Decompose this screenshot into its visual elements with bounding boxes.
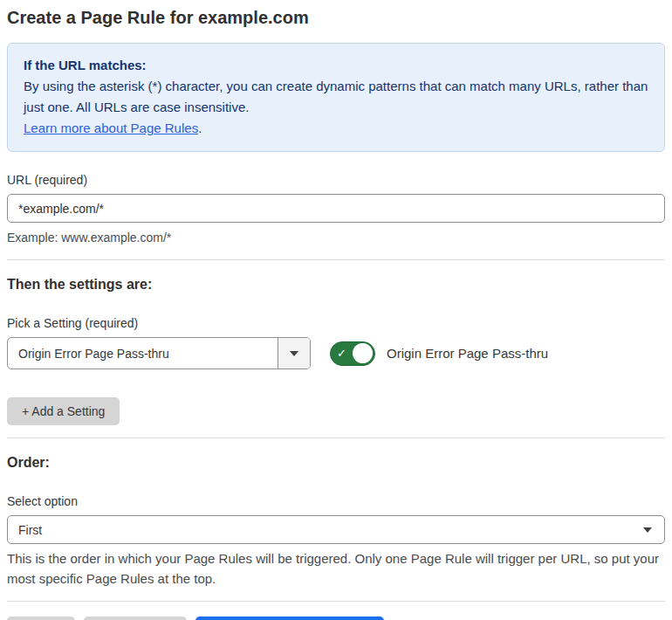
footer-actions: Cancel Save as Draft Save and Deploy Pag… [7,617,665,620]
link-suffix: . [198,121,202,135]
setting-select[interactable]: Origin Error Page Pass-thru [7,337,311,369]
setting-select-value: Origin Error Page Pass-thru [8,338,278,369]
url-field-helper: Example: www.example.com/* [7,229,665,247]
toggle-knob [353,343,373,363]
learn-more-link[interactable]: Learn more about Page Rules [24,121,198,135]
save-as-draft-button[interactable]: Save as Draft [84,617,188,620]
chevron-down-icon [643,527,652,533]
add-setting-button[interactable]: + Add a Setting [7,397,120,425]
settings-section-heading: Then the settings are: [7,277,665,293]
order-select-label: Select option [7,494,665,508]
order-select[interactable]: First [7,515,665,544]
divider [7,601,665,602]
url-input[interactable] [7,194,665,223]
chevron-down-icon [290,351,298,356]
setting-select-arrow-button[interactable] [278,338,310,369]
info-box-link-line: Learn more about Page Rules. [24,118,648,139]
cancel-button[interactable]: Cancel [7,617,75,620]
setting-row: Origin Error Page Pass-thru ✓ Origin Err… [7,337,665,369]
origin-error-toggle[interactable]: ✓ [330,341,375,366]
url-match-info-box: If the URL matches: By using the asteris… [7,43,665,152]
divider [7,437,665,438]
check-icon: ✓ [337,348,346,359]
order-section-heading: Order: [7,455,665,471]
toggle-label: Origin Error Page Pass-thru [387,346,548,361]
info-box-body: By using the asterisk (*) character, you… [24,76,648,118]
url-field-label: URL (required) [7,173,665,187]
divider [7,259,665,260]
order-select-value: First [18,523,643,537]
pick-setting-label: Pick a Setting (required) [7,316,665,330]
save-and-deploy-button[interactable]: Save and Deploy Page Rule [195,617,384,620]
order-helper-text: This is the order in which your Page Rul… [7,548,665,589]
info-box-heading: If the URL matches: [24,55,648,76]
page-title: Create a Page Rule for example.com [7,6,665,30]
